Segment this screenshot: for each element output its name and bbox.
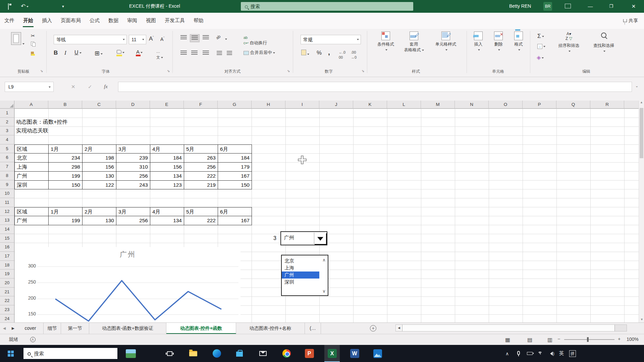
column-header[interactable]: G [218, 101, 252, 108]
ribbon-display-options-icon[interactable] [565, 4, 571, 8]
tab-data[interactable]: 数据 [104, 13, 123, 28]
row-header[interactable]: 11 [0, 198, 14, 207]
row-header[interactable]: 2 [0, 118, 14, 127]
horizontal-scrollbar[interactable]: ◀ [395, 324, 627, 331]
value-cell[interactable]: 256 [116, 172, 150, 181]
ime-mode-indicator[interactable]: 拼 [568, 345, 578, 362]
row-header[interactable]: 18 [0, 261, 14, 270]
value-cell[interactable]: 256 [116, 216, 150, 225]
number-dialog-launcher-icon[interactable]: ⇘ [362, 69, 364, 73]
region-cell[interactable]: 广州 [15, 172, 49, 181]
align-top-icon[interactable] [179, 34, 188, 42]
chrome-icon[interactable] [279, 345, 294, 362]
hidden-icons-chevron-icon[interactable]: ∧ [502, 345, 512, 362]
widgets-weather-icon[interactable] [123, 345, 138, 362]
value-cell[interactable]: 123 [150, 181, 184, 190]
font-size-select[interactable]: 11 [129, 35, 146, 44]
align-right-icon[interactable] [201, 50, 210, 57]
table-row[interactable]: 深圳150122243123219150 [15, 181, 252, 190]
speaker-icon[interactable]: ) [546, 345, 556, 362]
wrap-text-button[interactable]: abc↩ 自动换行 [244, 35, 267, 46]
share-button[interactable]: 共享 [623, 13, 638, 28]
column-header[interactable]: E [150, 101, 184, 108]
file-explorer-icon[interactable] [186, 345, 201, 362]
restore-button[interactable]: ❐ [603, 0, 619, 13]
value-cell[interactable]: 130 [83, 172, 116, 181]
value-cell[interactable]: 134 [150, 216, 184, 225]
zoom-slider-thumb[interactable] [587, 337, 589, 342]
phonetic-guide-icon[interactable]: ⋯文 [156, 50, 163, 60]
new-sheet-button[interactable]: + [370, 325, 376, 331]
taskbar-search-input[interactable]: 搜索 [23, 348, 117, 359]
accounting-format-icon[interactable] [301, 50, 309, 56]
orientation-icon[interactable]: ab [215, 34, 221, 40]
row-header[interactable]: 3 [0, 126, 14, 135]
row-header[interactable]: 14 [0, 225, 14, 234]
region-cell[interactable]: 北京 [15, 154, 49, 163]
value-cell[interactable]: 243 [116, 181, 150, 190]
number-format-select[interactable]: 常规 [301, 35, 361, 44]
find-select-button[interactable]: 查找和选择 [588, 32, 620, 53]
shrink-font-icon[interactable]: Aˇ [160, 36, 164, 42]
edge-icon[interactable] [209, 345, 224, 362]
mail-icon[interactable] [256, 345, 270, 362]
horizontal-scroll-left-icon[interactable]: ◀ [396, 325, 402, 331]
listbox-scroll-down-icon[interactable]: ∨ [321, 289, 327, 294]
row-header[interactable]: 17 [0, 252, 14, 261]
combo-dropdown-button[interactable] [314, 233, 326, 244]
sheet-nav-prev-icon[interactable]: ◀ [0, 323, 9, 334]
header-cell[interactable]: 3月 [116, 145, 150, 154]
percent-style-icon[interactable]: % [317, 50, 322, 56]
value-cell[interactable]: 222 [184, 216, 218, 225]
region-cell[interactable]: 深圳 [15, 181, 49, 190]
conditional-formatting-button[interactable]: 条件格式 [373, 32, 398, 52]
header-cell[interactable]: 5月 [184, 145, 218, 154]
value-cell[interactable]: 222 [184, 172, 218, 181]
formula-input[interactable] [118, 82, 632, 92]
header-cell[interactable]: 区域 [15, 145, 49, 154]
value-cell[interactable]: 198 [83, 154, 116, 163]
header-cell[interactable]: 4月 [150, 145, 184, 154]
value-cell[interactable]: 184 [150, 154, 184, 163]
underline-button[interactable]: U [74, 50, 82, 56]
row-header[interactable]: 16 [0, 243, 14, 252]
row-header[interactable]: 5 [0, 144, 14, 154]
header-cell[interactable]: 6月 [218, 207, 252, 217]
cell-a2[interactable]: 动态图表：函数+控件 [16, 118, 67, 127]
header-cell[interactable]: 1月 [49, 207, 83, 217]
bold-button[interactable]: B [54, 50, 58, 56]
row-header[interactable]: 4 [0, 135, 14, 144]
avatar[interactable]: BR [543, 2, 552, 11]
header-cell[interactable]: 6月 [218, 145, 252, 154]
battery-icon[interactable] [525, 345, 535, 362]
comma-style-icon[interactable]: , [328, 48, 330, 56]
normal-view-icon[interactable]: ▦ [505, 337, 510, 343]
sheet-tab[interactable]: 细节 [44, 323, 61, 334]
sheet-tab-cover[interactable]: cover [17, 323, 44, 334]
column-header[interactable]: Q [556, 101, 590, 108]
header-cell[interactable]: 2月 [83, 207, 116, 217]
orientation-dropdown-icon[interactable] [224, 36, 227, 41]
delete-cells-button[interactable]: ✕ 删除 [489, 32, 508, 52]
header-cell[interactable]: 2月 [83, 145, 116, 154]
column-header[interactable]: B [48, 101, 82, 108]
paste-button[interactable] [9, 32, 26, 46]
column-header[interactable]: J [319, 101, 353, 108]
row-headers[interactable]: 123456789101112131415161718192021222324 [0, 109, 14, 322]
cut-icon[interactable]: ✂ [31, 33, 35, 39]
borders-icon[interactable]: ⊞ [95, 50, 103, 57]
value-cell[interactable]: 219 [184, 181, 218, 190]
start-button[interactable] [3, 345, 19, 362]
zoom-in-icon[interactable]: + [618, 336, 621, 342]
clear-icon[interactable]: ◈ [537, 54, 544, 61]
column-header[interactable]: K [353, 101, 387, 108]
grow-font-icon[interactable]: Aˆ [149, 36, 154, 42]
word-icon[interactable]: W [347, 345, 362, 362]
listbox-scroll-up-icon[interactable]: ∧ [321, 257, 327, 262]
tab-formulas[interactable]: 公式 [85, 13, 104, 28]
qat-customize-icon[interactable]: ▾ [62, 4, 64, 9]
cell-h15-index-value[interactable]: 3 [250, 234, 276, 243]
tab-home[interactable]: 开始 [19, 13, 38, 28]
wifi-icon[interactable] [535, 345, 545, 362]
autosum-icon[interactable]: Σ [537, 33, 544, 40]
